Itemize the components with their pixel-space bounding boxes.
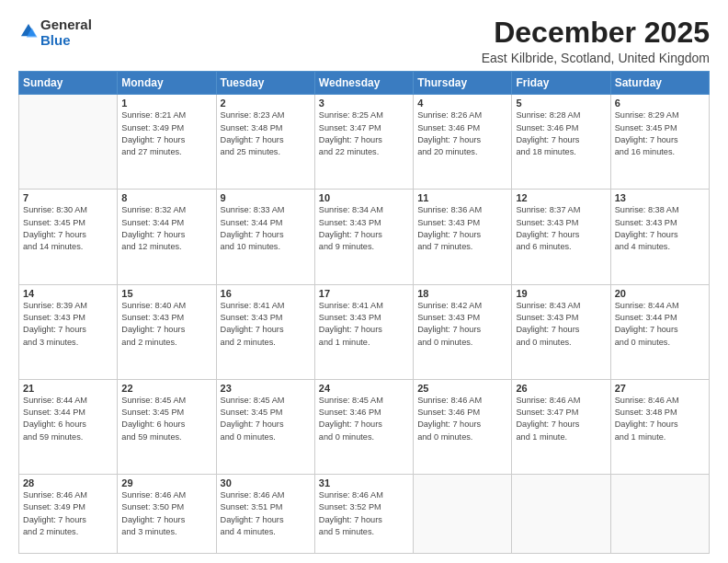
calendar-cell: 5Sunrise: 8:28 AM Sunset: 3:46 PM Daylig… xyxy=(512,95,610,190)
day-number: 17 xyxy=(319,288,409,299)
day-info: Sunrise: 8:25 AM Sunset: 3:47 PM Dayligh… xyxy=(319,109,409,158)
day-info: Sunrise: 8:45 AM Sunset: 3:46 PM Dayligh… xyxy=(319,395,409,443)
day-info: Sunrise: 8:43 AM Sunset: 3:43 PM Dayligh… xyxy=(516,300,606,349)
day-info: Sunrise: 8:30 AM Sunset: 3:45 PM Dayligh… xyxy=(23,204,113,253)
day-number: 25 xyxy=(417,383,507,394)
day-info: Sunrise: 8:46 AM Sunset: 3:48 PM Dayligh… xyxy=(615,395,705,443)
calendar-cell xyxy=(512,474,610,553)
calendar-cell xyxy=(610,474,709,553)
calendar-cell: 14Sunrise: 8:39 AM Sunset: 3:43 PM Dayli… xyxy=(19,284,118,379)
logo-icon xyxy=(18,21,39,41)
calendar-week-3: 21Sunrise: 8:44 AM Sunset: 3:44 PM Dayli… xyxy=(19,379,710,474)
calendar-week-2: 14Sunrise: 8:39 AM Sunset: 3:43 PM Dayli… xyxy=(19,284,710,379)
day-number: 29 xyxy=(121,477,211,488)
day-number: 30 xyxy=(221,477,311,488)
calendar-cell: 12Sunrise: 8:37 AM Sunset: 3:43 PM Dayli… xyxy=(512,190,610,284)
calendar-cell: 17Sunrise: 8:41 AM Sunset: 3:43 PM Dayli… xyxy=(314,284,413,379)
day-info: Sunrise: 8:21 AM Sunset: 3:49 PM Dayligh… xyxy=(121,109,211,158)
day-number: 22 xyxy=(121,383,211,394)
day-info: Sunrise: 8:41 AM Sunset: 3:43 PM Dayligh… xyxy=(221,300,311,349)
calendar-cell: 20Sunrise: 8:44 AM Sunset: 3:44 PM Dayli… xyxy=(610,284,709,379)
day-number: 4 xyxy=(417,98,507,109)
logo-text: General Blue xyxy=(40,17,92,49)
location-subtitle: East Kilbride, Scotland, United Kingdom xyxy=(482,51,710,65)
day-header-saturday: Saturday xyxy=(610,72,709,95)
calendar-cell xyxy=(19,95,118,190)
month-title: December 2025 xyxy=(482,17,710,49)
day-header-thursday: Thursday xyxy=(414,72,512,95)
logo-blue: Blue xyxy=(40,32,71,48)
day-info: Sunrise: 8:45 AM Sunset: 3:45 PM Dayligh… xyxy=(121,395,211,443)
calendar-cell: 11Sunrise: 8:36 AM Sunset: 3:43 PM Dayli… xyxy=(414,190,512,284)
calendar-cell: 3Sunrise: 8:25 AM Sunset: 3:47 PM Daylig… xyxy=(314,95,413,190)
day-header-friday: Friday xyxy=(512,72,610,95)
day-number: 26 xyxy=(516,383,606,394)
day-number: 9 xyxy=(221,192,311,203)
day-info: Sunrise: 8:38 AM Sunset: 3:43 PM Dayligh… xyxy=(615,204,705,253)
day-info: Sunrise: 8:44 AM Sunset: 3:44 PM Dayligh… xyxy=(23,395,113,443)
day-info: Sunrise: 8:39 AM Sunset: 3:43 PM Dayligh… xyxy=(23,300,113,349)
day-number: 13 xyxy=(615,192,705,203)
day-info: Sunrise: 8:44 AM Sunset: 3:44 PM Dayligh… xyxy=(615,300,705,349)
calendar-cell: 7Sunrise: 8:30 AM Sunset: 3:45 PM Daylig… xyxy=(19,190,118,284)
day-info: Sunrise: 8:46 AM Sunset: 3:46 PM Dayligh… xyxy=(417,395,507,443)
day-number: 12 xyxy=(516,192,606,203)
calendar-cell: 10Sunrise: 8:34 AM Sunset: 3:43 PM Dayli… xyxy=(314,190,413,284)
calendar-week-1: 7Sunrise: 8:30 AM Sunset: 3:45 PM Daylig… xyxy=(19,190,710,284)
day-info: Sunrise: 8:41 AM Sunset: 3:43 PM Dayligh… xyxy=(319,300,409,349)
day-number: 28 xyxy=(23,477,113,488)
logo-general: General xyxy=(40,17,92,32)
calendar-cell: 4Sunrise: 8:26 AM Sunset: 3:46 PM Daylig… xyxy=(414,95,512,190)
day-number: 7 xyxy=(23,192,113,203)
calendar-cell: 27Sunrise: 8:46 AM Sunset: 3:48 PM Dayli… xyxy=(610,379,709,474)
calendar-cell: 2Sunrise: 8:23 AM Sunset: 3:48 PM Daylig… xyxy=(216,95,314,190)
calendar-table: SundayMondayTuesdayWednesdayThursdayFrid… xyxy=(18,71,710,554)
day-info: Sunrise: 8:29 AM Sunset: 3:45 PM Dayligh… xyxy=(615,109,705,158)
calendar-cell: 6Sunrise: 8:29 AM Sunset: 3:45 PM Daylig… xyxy=(610,95,709,190)
day-info: Sunrise: 8:28 AM Sunset: 3:46 PM Dayligh… xyxy=(516,109,606,158)
calendar-cell: 25Sunrise: 8:46 AM Sunset: 3:46 PM Dayli… xyxy=(414,379,512,474)
calendar-cell: 8Sunrise: 8:32 AM Sunset: 3:44 PM Daylig… xyxy=(118,190,216,284)
day-number: 27 xyxy=(615,383,705,394)
calendar-week-0: 1Sunrise: 8:21 AM Sunset: 3:49 PM Daylig… xyxy=(19,95,710,190)
calendar-cell xyxy=(414,474,512,553)
day-number: 31 xyxy=(319,477,409,488)
calendar-cell: 16Sunrise: 8:41 AM Sunset: 3:43 PM Dayli… xyxy=(216,284,314,379)
calendar-cell: 23Sunrise: 8:45 AM Sunset: 3:45 PM Dayli… xyxy=(216,379,314,474)
day-number: 20 xyxy=(615,288,705,299)
header: General Blue December 2025 East Kilbride… xyxy=(18,17,710,65)
day-info: Sunrise: 8:34 AM Sunset: 3:43 PM Dayligh… xyxy=(319,204,409,253)
calendar-cell: 9Sunrise: 8:33 AM Sunset: 3:44 PM Daylig… xyxy=(216,190,314,284)
calendar-cell: 24Sunrise: 8:45 AM Sunset: 3:46 PM Dayli… xyxy=(314,379,413,474)
calendar-cell: 19Sunrise: 8:43 AM Sunset: 3:43 PM Dayli… xyxy=(512,284,610,379)
day-number: 18 xyxy=(417,288,507,299)
calendar-week-4: 28Sunrise: 8:46 AM Sunset: 3:49 PM Dayli… xyxy=(19,474,710,553)
day-header-tuesday: Tuesday xyxy=(216,72,314,95)
calendar-cell: 21Sunrise: 8:44 AM Sunset: 3:44 PM Dayli… xyxy=(19,379,118,474)
day-header-monday: Monday xyxy=(118,72,216,95)
day-number: 8 xyxy=(121,192,211,203)
day-number: 5 xyxy=(516,98,606,109)
day-info: Sunrise: 8:46 AM Sunset: 3:50 PM Dayligh… xyxy=(121,489,211,538)
calendar-cell: 31Sunrise: 8:46 AM Sunset: 3:52 PM Dayli… xyxy=(314,474,413,553)
day-number: 14 xyxy=(23,288,113,299)
day-number: 1 xyxy=(121,98,211,109)
day-number: 21 xyxy=(23,383,113,394)
calendar-cell: 30Sunrise: 8:46 AM Sunset: 3:51 PM Dayli… xyxy=(216,474,314,553)
day-number: 2 xyxy=(221,98,311,109)
page: General Blue December 2025 East Kilbride… xyxy=(0,0,728,563)
day-info: Sunrise: 8:42 AM Sunset: 3:43 PM Dayligh… xyxy=(417,300,507,349)
day-number: 19 xyxy=(516,288,606,299)
day-number: 11 xyxy=(417,192,507,203)
day-info: Sunrise: 8:45 AM Sunset: 3:45 PM Dayligh… xyxy=(221,395,311,443)
calendar-cell: 22Sunrise: 8:45 AM Sunset: 3:45 PM Dayli… xyxy=(118,379,216,474)
day-number: 15 xyxy=(121,288,211,299)
day-number: 10 xyxy=(319,192,409,203)
day-info: Sunrise: 8:46 AM Sunset: 3:47 PM Dayligh… xyxy=(516,395,606,443)
day-header-wednesday: Wednesday xyxy=(314,72,413,95)
logo: General Blue xyxy=(18,17,92,49)
day-number: 6 xyxy=(615,98,705,109)
calendar-cell: 15Sunrise: 8:40 AM Sunset: 3:43 PM Dayli… xyxy=(118,284,216,379)
day-number: 16 xyxy=(221,288,311,299)
day-info: Sunrise: 8:23 AM Sunset: 3:48 PM Dayligh… xyxy=(221,109,311,158)
